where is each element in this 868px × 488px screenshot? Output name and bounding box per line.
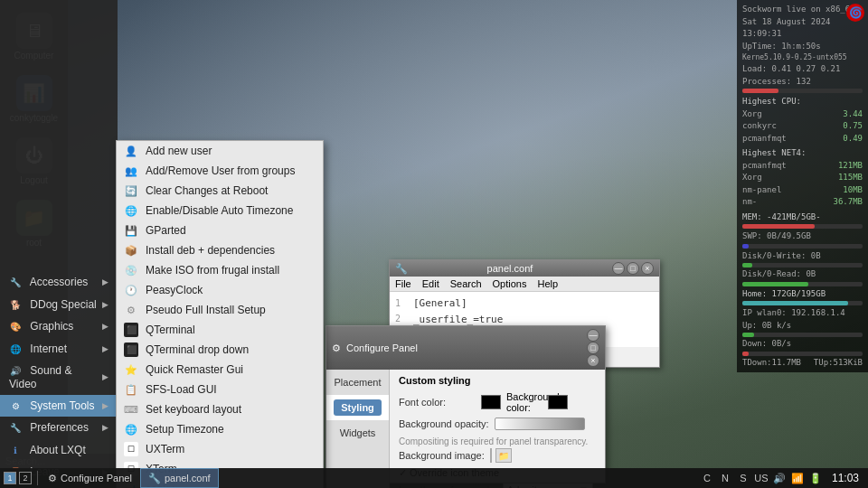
cp-close-button[interactable]: × [587,354,599,367]
taskbar-icon-panelconf: 🔧 [148,473,161,484]
tray-us-icon[interactable]: US [754,471,769,485]
menu-edit[interactable]: Edit [422,278,439,289]
menu-item-peasyclock[interactable]: 🕐 PeasyClock [117,280,323,300]
add-remove-user-icon: 👥 [124,164,138,178]
bg-image-input-group: 📁 [490,448,512,463]
sound-video-icon: 🔊 [9,365,22,378]
menu-item-add-user[interactable]: 👤 Add new user [117,141,323,161]
menu-item-set-keyboard[interactable]: ⌨ Set keyboard layout [117,399,323,419]
tab-widgets[interactable]: Widgets [326,420,389,446]
sysinfo-highest-net: Highest NET4: [742,147,863,160]
menu-item-qterminal[interactable]: ⬛ QTerminal [117,320,323,340]
bg-color-picker[interactable] [548,395,568,409]
menu-item-pseudo-install[interactable]: ⚙ Pseudo Full Install Setup [117,300,323,320]
menu-item-uxterm[interactable]: ☐ UXTerm [117,439,323,459]
cpu-bar [742,89,863,93]
menu-item-make-iso[interactable]: 💿 Make ISO from frugal install [117,260,323,280]
bg-image-field[interactable] [490,448,492,463]
browse-button[interactable]: 📁 [495,448,512,463]
font-color-label: Font color: [399,397,476,408]
taskbar-item-configure-panel[interactable]: ⚙ Configure Panel [40,468,140,488]
cpu-item-1: conkyrc0.75 [742,120,863,133]
menu-item-install-deb[interactable]: 📦 Install deb + dependencies [117,240,323,260]
cp-maximize-button[interactable]: □ [587,342,599,354]
sysinfo-processes: Processes: 132 [742,76,863,89]
net-item-3: nm-36.7MB [742,196,863,209]
minimize-button[interactable]: — [612,262,625,275]
menu-item-quick-remaster[interactable]: ⭐ Quick Remaster Gui [117,360,323,380]
tray-network-icon[interactable]: 📶 [790,471,805,485]
chevron-right-icon: ▶ [102,322,108,331]
chevron-right-icon: ▶ [102,401,108,410]
menu-options[interactable]: Options [493,278,527,289]
panel-conf-title: panel.conf [487,263,533,274]
sidebar-item-accessories[interactable]: 🔧 Accessories ▶ [0,271,118,294]
workspace-2[interactable]: 2 [19,472,32,484]
about-icon: ℹ [9,444,22,456]
menu-file[interactable]: File [395,278,411,289]
qterminal-icon: ⬛ [124,323,138,337]
styling-tab-label: Styling [334,399,382,416]
disk-write: Disk/0-Write: 0B [742,250,863,263]
bg-color-label: Background color: [506,391,542,413]
tab-placement[interactable]: Placement [326,370,389,395]
font-color-picker[interactable] [481,395,501,409]
debian-logo: 🌀 [846,4,864,22]
tray-battery-icon[interactable]: 🔋 [808,471,823,485]
close-button[interactable]: × [641,262,654,275]
net-item-0: pcmanfmqt121MB [742,160,863,173]
menu-help[interactable]: Help [537,278,558,289]
sidebar-item-about-lxqt[interactable]: ℹ About LXQt [0,439,118,462]
tray-c-icon[interactable]: C [700,471,714,485]
opacity-slider[interactable] [495,418,585,430]
system-tools-icon: ⚙ [9,399,22,412]
sidebar-item-ddog[interactable]: 🐕 DDog Special ▶ [0,294,118,316]
sysinfo-uptime: UpTime: 1h:m:50s [742,41,863,53]
sidebar-item-graphics[interactable]: 🎨 Graphics ▶ [0,315,118,338]
sysinfo-net-up: Up: 0B k/s [742,320,863,333]
tray-n-icon[interactable]: N [718,471,732,485]
custom-styling-title: Custom styling [399,375,596,386]
chevron-right-icon: ▶ [102,300,108,309]
taskbar-item-panel-conf[interactable]: 🔧 panel.conf [140,468,219,488]
setup-timezone-icon: 🌐 [124,422,138,436]
accessories-icon: 🔧 [9,277,22,289]
tab-styling[interactable]: Styling [326,395,389,420]
ddog-icon: 🐕 [9,298,22,311]
sidebar-item-preferences[interactable]: 🔧 Preferences ▶ [0,417,118,439]
sysinfo-ip: IP wlan0: 192.168.1.4 [742,307,863,320]
menu-item-qterminal-drop[interactable]: ⬛ QTerminal drop down [117,340,323,360]
cp-minimize-button[interactable]: — [587,329,599,342]
menu-item-add-remove-user[interactable]: 👥 Add/Remove User from groups [117,161,323,181]
cpu-item-2: pcmanfmqt0.49 [742,133,863,145]
bg-image-label: Background image: [399,450,485,461]
sysinfo-hostname: Sockworm live on x86_64 [742,4,863,16]
keyboard-icon: ⌨ [124,402,138,417]
taskbar: 1 2 ⚙ Configure Panel 🔧 panel.conf C N S… [0,468,868,488]
net-item-1: Xorg115MB [742,172,863,184]
menu-item-clear-changes[interactable]: 🔄 Clear Changes at Reboot [117,181,323,201]
install-deb-icon: 📦 [124,243,138,258]
maximize-button[interactable]: □ [627,262,639,275]
menu-item-sfs-load[interactable]: 📋 SFS-Load GUI [117,380,323,399]
sidebar-item-system-tools[interactable]: ⚙ System Tools ▶ [0,395,118,418]
menu-item-gparted[interactable]: 💾 GParted [117,221,323,240]
menu-item-enable-timezone[interactable]: 🌐 Enable/Disable Auto Timezone [117,201,323,221]
sysinfo-mem: MEM: -421MB/5GB- [742,211,863,224]
chevron-right-icon: ▶ [102,344,108,353]
workspace-1[interactable]: 1 [4,472,16,484]
sysinfo-swap: SWP: 0B/49.5GB [742,230,863,243]
tray-s-icon[interactable]: S [736,471,750,485]
configure-panel-dialog: ⚙ Configure Panel — □ × Placement Stylin… [326,325,606,483]
sidebar-item-sound-video[interactable]: 🔊 Sound & Video ▶ [0,360,118,395]
bg-opacity-label: Background opacity: [399,418,489,429]
menu-item-setup-timezone[interactable]: 🌐 Setup Timezone [117,419,323,439]
tray-volume-icon[interactable]: 🔊 [772,471,787,485]
sidebar-item-internet[interactable]: 🌐 Internet ▶ [0,338,118,361]
pseudo-install-icon: ⚙ [124,303,138,317]
sysinfo-kernel: Kerne5.10.9-0.25-untx055 [742,52,863,63]
gparted-icon: 💾 [124,223,138,238]
menu-search[interactable]: Search [450,278,482,289]
bg-image-row: Background image: 📁 [399,448,596,463]
disk-read: Disk/0-Read: 0B [742,268,863,281]
